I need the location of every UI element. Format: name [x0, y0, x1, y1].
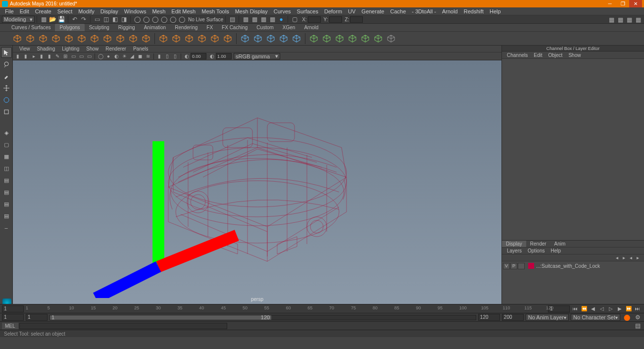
shelf-item-11[interactable] [158, 33, 169, 44]
channel-menu-object[interactable]: Object [545, 52, 566, 58]
shelf-item-18[interactable] [252, 33, 263, 44]
script-editor-icon[interactable]: ▤ [1, 210, 12, 221]
shelf-item-9[interactable] [128, 33, 139, 44]
lights-icon[interactable]: ☀ [121, 53, 128, 60]
shelf-item-7[interactable] [102, 33, 113, 44]
menu-file[interactable]: File [2, 8, 17, 14]
shelf-tab-rendering[interactable]: Rendering [170, 24, 202, 31]
autokey-icon[interactable]: ⬤ [623, 313, 631, 321]
layer-playback-toggle[interactable]: P [510, 263, 517, 269]
step-forward-icon[interactable]: ▶ [616, 305, 623, 312]
shelf-item-16[interactable] [222, 33, 233, 44]
hypershade-icon[interactable]: ● [277, 15, 285, 23]
exposure-icon[interactable]: ◐ [183, 53, 190, 60]
panel-menu-panels[interactable]: Panels [130, 46, 152, 51]
panel-menu-view[interactable]: View [16, 46, 34, 51]
ao-icon[interactable]: ◼ [137, 53, 144, 60]
layer-tab-anim[interactable]: Anim [550, 241, 570, 247]
graph-editor-icon[interactable]: ▤ [1, 199, 12, 209]
xray-joints-icon[interactable]: ▯ [172, 53, 179, 60]
paint-select-tool[interactable] [1, 71, 12, 82]
step-forward-key-icon[interactable]: ⏩ [625, 305, 632, 312]
script-editor-button-icon[interactable]: ▤ [634, 322, 642, 330]
timeline-start-input[interactable]: 1 [2, 305, 24, 312]
lock-camera-icon[interactable]: ▮ [22, 53, 29, 60]
grease-pencil-icon[interactable]: ✎ [54, 53, 61, 60]
menu-edit-mesh[interactable]: Edit Mesh [168, 8, 198, 14]
shelf-tab-fx-caching[interactable]: FX Caching [217, 24, 252, 31]
menu-windows[interactable]: Windows [121, 8, 149, 14]
exposure-input[interactable]: 0.00 [191, 53, 206, 59]
menu-uv[interactable]: UV [345, 8, 358, 14]
snap-view-icon[interactable]: ◯ [178, 15, 186, 23]
layer-menu-options[interactable]: Options [525, 248, 547, 253]
shelf-item-24[interactable] [334, 33, 345, 44]
menu-create[interactable]: Create [32, 8, 54, 14]
cmd-language-label[interactable]: MEL [2, 323, 18, 329]
menu-select[interactable]: Select [54, 8, 76, 14]
shelf-item-19[interactable] [265, 33, 276, 44]
play-forward-icon[interactable]: ▷ [607, 305, 614, 312]
layout-four-icon[interactable]: ▦ [1, 151, 12, 162]
viewport[interactable]: persp [13, 60, 501, 304]
2d-zoom-icon[interactable]: ▮ [46, 53, 53, 60]
layer-visibility-toggle[interactable]: V [503, 263, 510, 269]
menu-help[interactable]: Help [487, 8, 504, 14]
snap-live-icon[interactable]: ◯ [169, 15, 177, 23]
shelf-item-23[interactable] [321, 33, 332, 44]
shelf-item-26[interactable] [360, 33, 371, 44]
layer-tab-display[interactable]: Display [502, 241, 526, 247]
anim-layer-dropdown[interactable]: No Anim Layer ▾ [526, 314, 569, 321]
menu-surfaces[interactable]: Surfaces [294, 8, 321, 14]
outliner-icon[interactable]: ▤ [1, 187, 12, 198]
panel-menu-renderer[interactable]: Renderer [102, 46, 130, 51]
shelf-item-20[interactable] [278, 33, 289, 44]
shelf-item-6[interactable] [89, 33, 100, 44]
menu-cache[interactable]: Cache [387, 8, 409, 14]
shadows-icon[interactable]: ◢ [129, 53, 136, 60]
select-camera-icon[interactable]: ▮ [14, 53, 21, 60]
cmd-input[interactable] [19, 323, 227, 329]
select-tool[interactable] [1, 47, 12, 58]
render-settings-icon[interactable]: ▦ [259, 15, 267, 23]
go-end-icon[interactable]: ⏭ [634, 305, 641, 312]
layer-new-empty-icon[interactable]: ◂ [628, 255, 634, 261]
snap-grid-icon[interactable]: ◯ [133, 15, 141, 23]
layer-menu-layers[interactable]: Layers [504, 248, 525, 253]
panel-menu-shading[interactable]: Shading [34, 46, 59, 51]
render-view-icon[interactable]: ▦ [268, 15, 276, 23]
lasso-tool[interactable] [1, 59, 12, 70]
wireframe-icon[interactable]: ◯ [97, 53, 104, 60]
playback-end-input[interactable]: 120 [478, 314, 500, 321]
bookmark-icon[interactable]: ▸ [30, 53, 37, 60]
shelf-tab-fx[interactable]: FX [202, 24, 217, 31]
snap-plane-icon[interactable]: ◯ [160, 15, 168, 23]
shelf-item-22[interactable] [308, 33, 319, 44]
layer-new-icon[interactable]: ▸ [635, 255, 641, 261]
layer-menu-help[interactable]: Help [547, 248, 564, 253]
gamma-icon[interactable]: ◐ [208, 53, 215, 60]
shelf-item-8[interactable] [115, 33, 126, 44]
shelf-tab-xgen[interactable]: XGen [278, 24, 300, 31]
menu-mesh[interactable]: Mesh [149, 8, 168, 14]
maximize-button[interactable]: ❐ [616, 0, 629, 7]
shelf-item-15[interactable] [209, 33, 220, 44]
shelf-item-0[interactable] [12, 33, 23, 44]
step-back-key-icon[interactable]: ⏪ [581, 305, 588, 312]
render-frame-icon[interactable]: ▦ [242, 15, 249, 23]
anim-start-input[interactable]: 1 [2, 314, 24, 321]
channel-menu-show[interactable]: Show [565, 52, 584, 58]
shelf-item-13[interactable] [184, 33, 195, 44]
menu-edit[interactable]: Edit [17, 8, 32, 14]
shelf-tab-animation[interactable]: Animation [140, 24, 170, 31]
menu-display[interactable]: Display [98, 8, 121, 14]
shelf-item-27[interactable] [373, 33, 384, 44]
modeling-toolkit-icon[interactable]: ▦ [608, 16, 615, 23]
layer-name[interactable]: ...:Suitcase_with_Code_Lock [536, 263, 600, 269]
colorspace-dropdown[interactable]: sRGB gamma▾ [234, 53, 280, 59]
panel-menu-show[interactable]: Show [83, 46, 102, 51]
menu-modify[interactable]: Modify [75, 8, 97, 14]
shelf-item-10[interactable] [141, 33, 151, 44]
save-scene-icon[interactable]: 💾 [57, 15, 65, 23]
lasso-icon[interactable]: ◫ [102, 15, 110, 23]
